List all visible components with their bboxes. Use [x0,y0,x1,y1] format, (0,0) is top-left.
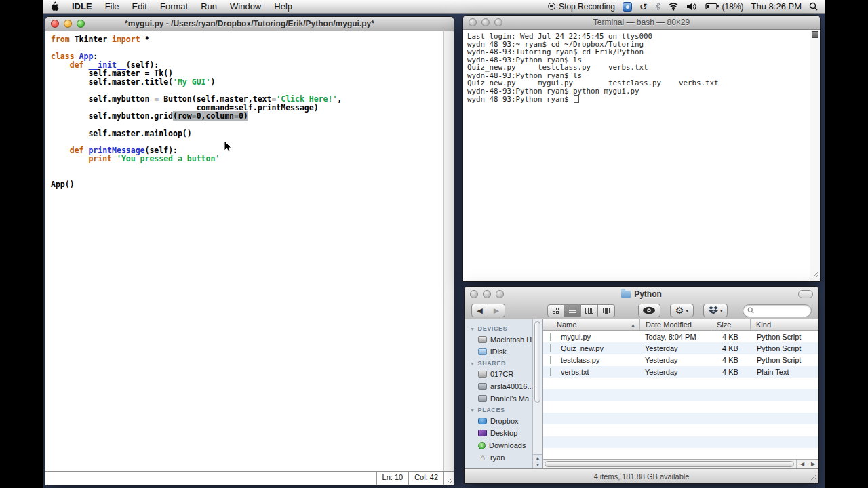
scroll-right-arrow[interactable]: ▶ [808,461,818,467]
close-button[interactable] [469,18,477,26]
menu-item-file[interactable]: File [105,1,119,12]
menu-item-window[interactable]: Window [230,1,261,12]
terminal-output[interactable]: Last login: Wed Jul 24 22:45:45 on ttys0… [463,30,810,281]
finder-title-bar[interactable]: Python [465,287,818,302]
sidebar-item-label: Downloads [489,441,526,449]
sidebar-item-downloads[interactable]: ↓Downloads [465,439,532,451]
idle-title-bar[interactable]: *mygui.py - /Users/ryan/Dropbox/Tutoring… [45,17,454,31]
scrollbar-thumb[interactable] [534,321,540,403]
battery-menu-item[interactable]: (18%) [705,2,744,12]
table-row-empty [543,448,818,459]
menu-bar-clock[interactable]: Thu 8:26 PM [751,1,802,12]
sidebar-item-arsla40016[interactable]: arsla40016... [465,380,532,392]
zoom-button[interactable] [496,290,504,298]
column-header-size[interactable]: Size [711,319,750,330]
dropbox-menu-button[interactable]: ▾ [703,304,728,317]
list-rows: mygui.pyToday, 8:04 PM4 KBPython ScriptQ… [543,331,818,459]
zoom-button[interactable] [494,18,502,26]
table-row-empty [543,378,818,389]
sidebar-scrollbar[interactable]: ▲ ▼ [532,319,542,468]
laptop-icon [478,395,487,402]
line-indicator: Ln: 10 [376,472,409,485]
menu-item-idle[interactable]: IDLE [72,1,92,12]
list-view-icon [569,308,576,314]
stop-recording-label: Stop Recording [559,2,615,12]
scroll-left-arrow[interactable]: ◀ [797,461,808,467]
close-button[interactable] [470,290,478,298]
minimize-button[interactable] [481,18,490,26]
terminal-scrollbar[interactable] [810,30,820,281]
bluetooth-icon[interactable] [655,2,660,11]
coverflow-view-icon [603,308,610,314]
sidebar-item-daniel-s-ma[interactable]: Daniel's Ma... [465,392,532,405]
wifi-icon[interactable] [668,2,679,11]
resize-grip[interactable] [812,268,819,281]
column-header-kind[interactable]: Kind [750,319,818,330]
code-editor[interactable]: from Tkinter import * class App: def __i… [45,31,443,472]
table-row-quiz-new-py[interactable]: Quiz_new.pyYesterday4 KBPython Script [543,342,818,354]
menu-item-format[interactable]: Format [160,1,188,12]
minimize-button[interactable] [483,290,491,298]
volume-icon[interactable] [686,3,698,11]
zoom-button[interactable] [77,20,85,28]
scrollbar-widget[interactable] [812,31,818,38]
sidebar-item-ryan[interactable]: ⌂ryan [465,451,532,464]
icon-view-button[interactable] [547,304,564,317]
column-view-button[interactable] [581,304,598,317]
toolbar-toggle-button[interactable] [798,290,813,298]
close-button[interactable] [51,20,59,28]
horizontal-scrollbar[interactable]: ◀ ▶ [543,459,818,468]
stop-recording-menu-item[interactable]: Stop Recording [548,2,615,12]
column-header-name[interactable]: Name▲ [543,319,639,330]
idle-vertical-scrollbar[interactable] [443,31,454,472]
menu-extra-app-icon[interactable] [623,2,632,12]
quick-look-button[interactable] [638,304,660,317]
scrollbar-thumb[interactable] [545,461,794,467]
file-icon-cell [543,344,561,352]
app-menus: IDLEFileEditFormatRunWindowHelp [50,1,292,12]
resize-grip[interactable] [443,472,454,485]
sidebar-item-macintosh-hd[interactable]: Macintosh HD [465,333,532,346]
terminal-line: Last login: Wed Jul 24 22:45:45 on ttys0… [467,33,810,41]
sidebar-section-header-devices[interactable]: ▼DEVICES [465,323,532,333]
time-machine-icon[interactable]: ↺ [639,2,648,12]
idisk-icon [478,348,487,355]
list-view-button[interactable] [564,304,581,317]
sidebar-item-label: ryan [490,453,505,462]
search-input[interactable] [757,306,807,315]
scroll-down-arrow[interactable]: ▼ [536,462,540,468]
table-row-mygui-py[interactable]: mygui.pyToday, 8:04 PM4 KBPython Script [543,331,818,342]
terminal-line: wydn-48-93:Python ryan$ python mygui.py [467,87,810,96]
action-menu-button[interactable]: ⚙ ▾ [670,304,694,317]
sidebar-section-header-places[interactable]: ▼PLACES [465,405,532,415]
menu-item-edit[interactable]: Edit [132,1,147,12]
spotlight-icon[interactable] [809,2,818,11]
terminal-line: Quiz_new.py testclass.py verbs.txt [467,64,810,72]
sidebar-item-label: Macintosh HD [490,336,532,344]
sidebar-item-dropbox[interactable]: Dropbox [465,415,532,427]
sidebar-item-idisk[interactable]: iDisk [465,346,532,358]
code-line: print 'You pressed a button' [51,155,443,163]
scroll-up-arrow[interactable]: ▲ [536,455,540,462]
back-button[interactable]: ◀ [471,304,488,317]
code-line: from Tkinter import * [51,35,443,44]
resize-grip[interactable] [810,473,817,482]
menu-item-help[interactable]: Help [274,1,292,12]
file-date-modified: Yesterday [639,356,711,364]
sidebar-section-header-shared[interactable]: ▼SHARED [465,358,532,368]
search-field[interactable] [743,304,812,317]
text-file-icon [550,368,551,376]
coverflow-view-button[interactable] [598,304,615,317]
minimize-button[interactable] [64,20,72,28]
column-header-date-modified[interactable]: Date Modified [639,319,711,330]
file-icon-cell [543,356,561,364]
forward-button[interactable]: ▶ [488,304,505,317]
table-row-verbs-txt[interactable]: verbs.txtYesterday4 KBPlain Text [543,366,818,378]
terminal-title-bar[interactable]: Terminal — bash — 80×29 [463,16,820,30]
desktop-icon [478,430,487,436]
sidebar-item-017cr[interactable]: 017CR [465,368,532,380]
sidebar-item-desktop[interactable]: Desktop [465,427,532,439]
table-row-testclass-py[interactable]: testclass.pyYesterday4 KBPython Script [543,354,818,366]
apple-menu-icon[interactable] [50,1,59,12]
menu-item-run[interactable]: Run [201,1,217,12]
